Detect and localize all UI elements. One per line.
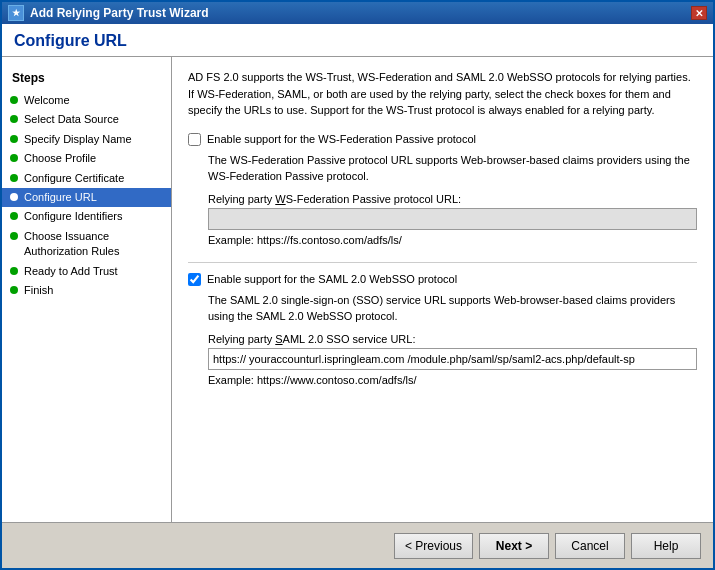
sidebar-item-configure-certificate[interactable]: Configure Certificate (2, 169, 171, 188)
step-dot (10, 96, 18, 104)
sidebar-item-configure-url[interactable]: Configure URL (2, 188, 171, 207)
sidebar-item-configure-identifiers[interactable]: Configure Identifiers (2, 207, 171, 226)
ws-federation-field-label: Relying party WS-Federation Passive prot… (208, 193, 697, 205)
section-divider (188, 262, 697, 263)
sidebar-item-choose-profile[interactable]: Choose Profile (2, 149, 171, 168)
sidebar-item-welcome[interactable]: Welcome (2, 91, 171, 110)
window-title: Add Relying Party Trust Wizard (30, 6, 209, 20)
help-button[interactable]: Help (631, 533, 701, 559)
main-content: AD FS 2.0 supports the WS-Trust, WS-Fede… (172, 57, 713, 522)
step-dot (10, 115, 18, 123)
step-dot (10, 193, 18, 201)
page-title: Configure URL (14, 32, 701, 50)
step-dot (10, 135, 18, 143)
saml-url-input[interactable] (208, 348, 697, 370)
saml-checkbox-label[interactable]: Enable support for the SAML 2.0 WebSSO p… (207, 273, 457, 285)
content-area: Steps Welcome Select Data Source Specify… (2, 57, 713, 522)
cancel-button[interactable]: Cancel (555, 533, 625, 559)
saml-section: Enable support for the SAML 2.0 WebSSO p… (188, 273, 697, 386)
ws-federation-url-input[interactable] (208, 208, 697, 230)
previous-button[interactable]: < Previous (394, 533, 473, 559)
saml-example: Example: https://www.contoso.com/adfs/ls… (208, 374, 697, 386)
intro-description: AD FS 2.0 supports the WS-Trust, WS-Fede… (188, 69, 697, 119)
title-bar-left: ★ Add Relying Party Trust Wizard (8, 5, 209, 21)
sidebar-item-select-data-source[interactable]: Select Data Source (2, 110, 171, 129)
ws-federation-description: The WS-Federation Passive protocol URL s… (208, 152, 697, 185)
window-icon: ★ (8, 5, 24, 21)
sidebar-item-finish[interactable]: Finish (2, 281, 171, 300)
step-dot (10, 232, 18, 240)
step-dot (10, 286, 18, 294)
saml-field-label: Relying party SAML 2.0 SSO service URL: (208, 333, 697, 345)
sidebar-item-specify-display-name[interactable]: Specify Display Name (2, 130, 171, 149)
sidebar-title: Steps (2, 67, 171, 91)
saml-description: The SAML 2.0 single-sign-on (SSO) servic… (208, 292, 697, 325)
step-dot (10, 212, 18, 220)
ws-federation-checkbox-label[interactable]: Enable support for the WS-Federation Pas… (207, 133, 476, 145)
main-window: ★ Add Relying Party Trust Wizard ✕ Confi… (0, 0, 715, 570)
step-dot (10, 174, 18, 182)
sidebar-item-ready-to-add[interactable]: Ready to Add Trust (2, 262, 171, 281)
sidebar: Steps Welcome Select Data Source Specify… (2, 57, 172, 522)
ws-federation-section: Enable support for the WS-Federation Pas… (188, 133, 697, 246)
saml-checkbox[interactable] (188, 273, 201, 286)
close-button[interactable]: ✕ (691, 6, 707, 20)
ws-federation-example: Example: https://fs.contoso.com/adfs/ls/ (208, 234, 697, 246)
sidebar-item-choose-issuance[interactable]: Choose Issuance Authorization Rules (2, 227, 171, 262)
title-bar: ★ Add Relying Party Trust Wizard ✕ (2, 2, 713, 24)
step-dot (10, 154, 18, 162)
ws-federation-checkbox-row: Enable support for the WS-Federation Pas… (188, 133, 697, 146)
ws-federation-checkbox[interactable] (188, 133, 201, 146)
page-header: Configure URL (2, 24, 713, 57)
footer: < Previous Next > Cancel Help (2, 522, 713, 568)
next-button[interactable]: Next > (479, 533, 549, 559)
saml-checkbox-row: Enable support for the SAML 2.0 WebSSO p… (188, 273, 697, 286)
step-dot (10, 267, 18, 275)
